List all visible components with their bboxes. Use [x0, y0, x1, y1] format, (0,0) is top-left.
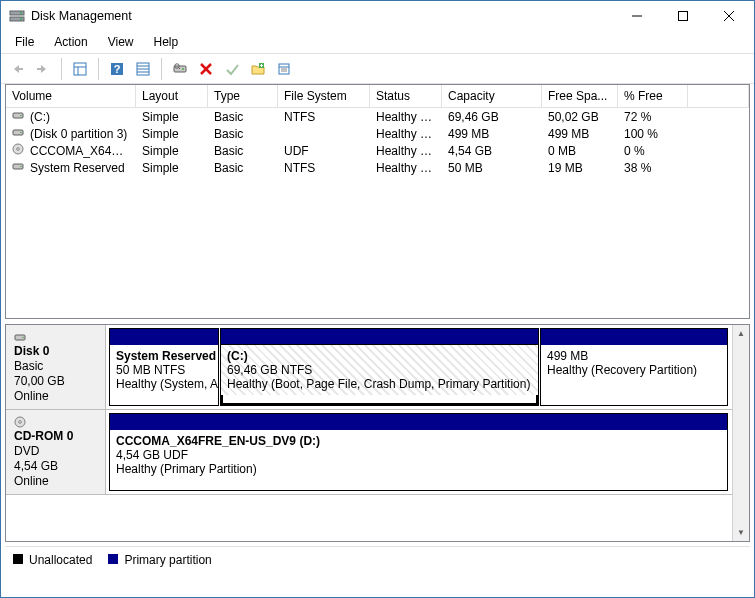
menu-action[interactable]: Action — [46, 33, 95, 51]
partition-color-bar — [110, 329, 218, 345]
help-button[interactable]: ? — [105, 57, 129, 81]
volume-row[interactable]: System ReservedSimpleBasicNTFSHealthy (S… — [6, 159, 749, 176]
partition[interactable]: 499 MBHealthy (Recovery Partition) — [540, 328, 728, 406]
col-pctfree[interactable]: % Free — [618, 85, 688, 107]
partition-status: Healthy (Primary Partition) — [116, 462, 721, 476]
volume-layout: Simple — [136, 157, 208, 179]
volume-type: Basic — [208, 157, 278, 179]
scroll-down-button[interactable]: ▼ — [733, 524, 749, 541]
drive-icon — [12, 126, 26, 138]
partition-name: System Reserved — [116, 349, 212, 363]
volume-status: Healthy (S... — [370, 157, 442, 179]
new-folder-button[interactable] — [246, 57, 270, 81]
volume-name: System Reserved — [30, 161, 125, 175]
disk-kind: Basic — [14, 359, 97, 373]
partition-color-bar — [221, 329, 538, 345]
svg-point-33 — [20, 115, 22, 117]
disk-state: Online — [14, 389, 97, 403]
forward-button — [31, 57, 55, 81]
content-area: Volume Layout Type File System Status Ca… — [1, 84, 754, 597]
toolbar: ? — [1, 54, 754, 84]
col-tail[interactable] — [688, 85, 749, 107]
partition[interactable]: CCCOMA_X64FRE_EN-US_DV9 (D:)4,54 GB UDFH… — [109, 413, 728, 491]
disk-row: CD-ROM 0DVD4,54 GBOnlineCCCOMA_X64FRE_EN… — [6, 410, 732, 495]
volume-capacity: 50 MB — [442, 157, 542, 179]
volume-fs: NTFS — [278, 157, 370, 179]
partition[interactable]: (C:)69,46 GB NTFSHealthy (Boot, Page Fil… — [220, 328, 539, 406]
partition-status: Healthy (Boot, Page File, Crash Dump, Pr… — [227, 377, 532, 391]
svg-point-41 — [22, 337, 24, 339]
vertical-scrollbar[interactable]: ▲ ▼ — [732, 325, 749, 541]
svg-rect-10 — [74, 63, 86, 75]
refresh-disks-button[interactable] — [168, 57, 192, 81]
svg-point-43 — [19, 421, 22, 424]
col-status[interactable]: Status — [370, 85, 442, 107]
svg-point-37 — [17, 148, 20, 151]
partition-name: CCCOMA_X64FRE_EN-US_DV9 (D:) — [116, 434, 721, 448]
disk-management-window: Disk Management File Action View Help ? … — [0, 0, 755, 598]
menu-help[interactable]: Help — [146, 33, 187, 51]
primary-swatch — [108, 554, 118, 564]
toolbar-separator — [161, 58, 162, 80]
layout-button[interactable] — [68, 57, 92, 81]
disk-name: CD-ROM 0 — [14, 429, 97, 443]
maximize-button[interactable] — [660, 2, 706, 31]
disk-row: Disk 0Basic70,00 GBOnlineSystem Reserved… — [6, 325, 732, 410]
legend: Unallocated Primary partition — [5, 546, 750, 573]
partition-info: 4,54 GB UDF — [116, 448, 721, 462]
properties-button[interactable] — [272, 57, 296, 81]
scroll-up-button[interactable]: ▲ — [733, 325, 749, 342]
svg-point-20 — [182, 68, 184, 70]
svg-point-3 — [20, 18, 22, 20]
drive-icon — [12, 160, 26, 172]
disk-label[interactable]: Disk 0Basic70,00 GBOnline — [6, 325, 106, 409]
col-filesystem[interactable]: File System — [278, 85, 370, 107]
col-capacity[interactable]: Capacity — [442, 85, 542, 107]
partition[interactable]: System Reserved50 MB NTFSHealthy (System… — [109, 328, 219, 406]
partition-info: 50 MB NTFS — [116, 363, 212, 377]
partition-info: 499 MB — [547, 349, 721, 363]
volume-list-header[interactable]: Volume Layout Type File System Status Ca… — [6, 85, 749, 108]
menu-file[interactable]: File — [7, 33, 42, 51]
col-volume[interactable]: Volume — [6, 85, 136, 107]
disk-partitions: CCCOMA_X64FRE_EN-US_DV9 (D:)4,54 GB UDFH… — [106, 410, 732, 494]
partition-status: Healthy (System, A — [116, 377, 212, 391]
legend-primary: Primary partition — [108, 553, 211, 567]
window-title: Disk Management — [31, 9, 614, 23]
drive-icon — [12, 109, 26, 121]
list-button[interactable] — [131, 57, 155, 81]
disk-graphic-list[interactable]: Disk 0Basic70,00 GBOnlineSystem Reserved… — [6, 325, 749, 541]
menu-view[interactable]: View — [100, 33, 142, 51]
partition-info: 69,46 GB NTFS — [227, 363, 532, 377]
drive-icon — [14, 331, 97, 343]
disk-kind: DVD — [14, 444, 97, 458]
col-layout[interactable]: Layout — [136, 85, 208, 107]
volume-list[interactable]: Volume Layout Type File System Status Ca… — [5, 84, 750, 319]
cd-icon — [12, 143, 26, 155]
col-free[interactable]: Free Spa... — [542, 85, 618, 107]
close-button[interactable] — [706, 2, 752, 31]
disk-size: 4,54 GB — [14, 459, 97, 473]
partition-status: Healthy (Recovery Partition) — [547, 363, 721, 377]
legend-unallocated: Unallocated — [13, 553, 92, 567]
titlebar[interactable]: Disk Management — [1, 1, 754, 31]
minimize-button[interactable] — [614, 2, 660, 31]
disk-size: 70,00 GB — [14, 374, 97, 388]
delete-button[interactable] — [194, 57, 218, 81]
disk-label[interactable]: CD-ROM 0DVD4,54 GBOnline — [6, 410, 106, 494]
disk-partitions: System Reserved50 MB NTFSHealthy (System… — [106, 325, 732, 409]
volume-free: 19 MB — [542, 157, 618, 179]
disk-graphic-pane[interactable]: Disk 0Basic70,00 GBOnlineSystem Reserved… — [5, 324, 750, 542]
volume-fs: NTFS — [278, 108, 370, 128]
legend-unallocated-label: Unallocated — [29, 553, 92, 567]
svg-text:?: ? — [114, 63, 121, 75]
toolbar-separator — [61, 58, 62, 80]
svg-point-35 — [20, 132, 22, 134]
legend-primary-label: Primary partition — [124, 553, 211, 567]
volume-fs — [278, 130, 370, 138]
app-icon — [9, 8, 25, 24]
col-type[interactable]: Type — [208, 85, 278, 107]
volume-list-body[interactable]: (C:)SimpleBasicNTFSHealthy (B...69,46 GB… — [6, 108, 749, 318]
unallocated-swatch — [13, 554, 23, 564]
apply-button — [220, 57, 244, 81]
